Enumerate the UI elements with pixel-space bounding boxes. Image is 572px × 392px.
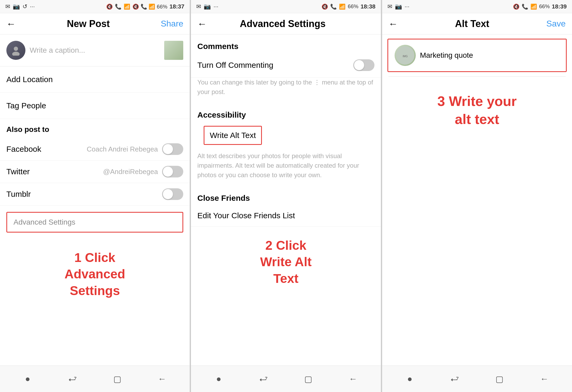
- recent-apps-icon-3[interactable]: ⮐: [448, 373, 461, 385]
- bottom-nav-1: ● ⮐ ▢ ←: [0, 366, 190, 392]
- square-icon-3[interactable]: ▢: [493, 373, 506, 385]
- write-alt-text-container: Write Alt Text: [191, 122, 381, 149]
- battery-2: 66%: [348, 3, 358, 10]
- add-location-label: Add Location: [6, 75, 53, 84]
- content-area-3: IMG 3 Write your alt text: [382, 34, 572, 366]
- tumblr-row: Tumblr: [0, 183, 190, 206]
- annotation-3: 3 Write your alt text: [382, 77, 572, 144]
- instagram-icon-3: 📷: [395, 3, 402, 10]
- status-bar-right-2: 🔇 📞 📶 66% 18:38: [321, 3, 375, 10]
- caption-input[interactable]: Write a caption...: [30, 46, 160, 55]
- signal-icon: 📶: [124, 3, 130, 10]
- status-bar-3: ✉ 📷 ··· 🔇 📞 📶 66% 18:39: [382, 0, 572, 13]
- sync-icon: ↺: [23, 3, 27, 10]
- commenting-toggle-knob: [354, 60, 364, 70]
- time-display-3: 18:39: [552, 3, 567, 10]
- alt-text-image-row: IMG: [387, 39, 567, 72]
- facebook-toggle-knob: [163, 144, 173, 154]
- annotation-1: 1 Click Advanced Settings: [0, 239, 190, 310]
- annotation-2: 2 Click Write Alt Text: [191, 227, 381, 297]
- facebook-account: Coach Andrei Rebegea: [87, 145, 158, 153]
- commenting-toggle[interactable]: [353, 59, 374, 71]
- back-button-1[interactable]: ←: [6, 18, 16, 29]
- twitter-account: @AndreiRebegea: [103, 168, 158, 176]
- nav-bar-3: ← Alt Text Save: [382, 13, 572, 34]
- twitter-row: Twitter @AndreiRebegea: [0, 161, 190, 183]
- tag-people-label: Tag People: [6, 101, 46, 110]
- share-button[interactable]: Share: [161, 19, 183, 29]
- nav-bar-2: ← Advanced Settings: [191, 13, 381, 34]
- write-alt-text-label: Write Alt Text: [210, 131, 256, 140]
- page-title-2: Advanced Settings: [240, 18, 325, 29]
- svg-point-0: [14, 47, 18, 51]
- page-title-3: Alt Text: [455, 18, 489, 29]
- also-post-to-title: Also post to: [0, 119, 190, 138]
- instagram-icon-2: 📷: [204, 3, 211, 10]
- back-button-2[interactable]: ←: [197, 18, 207, 29]
- back-button-3[interactable]: ←: [388, 18, 398, 29]
- mute-icon-3: 🔇: [513, 3, 520, 10]
- twitter-right: @AndreiRebegea: [103, 166, 183, 177]
- facebook-toggle[interactable]: [162, 143, 183, 155]
- square-icon[interactable]: ▢: [111, 373, 124, 385]
- facebook-row: Facebook Coach Andrei Rebegea: [0, 138, 190, 161]
- mail-icon-2: ✉: [196, 3, 201, 10]
- twitter-toggle[interactable]: [162, 166, 183, 177]
- battery-label: 🔇 📞 📶 66%: [132, 3, 167, 10]
- more-icon-2: ···: [213, 3, 218, 10]
- status-bar-left-3: ✉ 📷 ···: [387, 3, 409, 10]
- add-location-item[interactable]: Add Location: [0, 66, 190, 93]
- mail-icon-3: ✉: [387, 3, 392, 10]
- nav-bar-1: ← New Post Share: [0, 13, 190, 34]
- post-thumbnail: [164, 41, 183, 60]
- caption-row: Write a caption...: [0, 34, 190, 66]
- home-dot-icon-3: ●: [403, 373, 416, 385]
- content-area-1: Write a caption... Add Location Tag Peop…: [0, 34, 190, 366]
- square-icon-2[interactable]: ▢: [302, 373, 315, 385]
- status-bar-left-2: ✉ 📷 ···: [196, 3, 218, 10]
- mute-icon: 🔇: [106, 3, 113, 10]
- status-bar-right-3: 🔇 📞 📶 66% 18:39: [513, 3, 567, 10]
- call-icon-2: 📞: [330, 3, 337, 10]
- advanced-settings-item[interactable]: Advanced Settings: [6, 212, 183, 233]
- status-bar-2: ✉ 📷 ··· 🔇 📞 📶 66% 18:38: [191, 0, 381, 13]
- more-icon-3: ···: [405, 3, 409, 10]
- alt-text-input[interactable]: [420, 51, 560, 60]
- tumblr-right: [162, 188, 183, 200]
- facebook-label: Facebook: [6, 145, 41, 154]
- mail-icon: ✉: [5, 3, 10, 10]
- back-nav-icon-3[interactable]: ←: [538, 373, 551, 385]
- panel-new-post: ✉ 📷 ↺ ··· 🔇 📞 📶 🔇 📞 📶 66% 18:37 ← New Po…: [0, 0, 190, 392]
- panel-alt-text: ✉ 📷 ··· 🔇 📞 📶 66% 18:39 ← Alt Text Save …: [382, 0, 572, 392]
- call-icon-3: 📞: [522, 3, 528, 10]
- recent-apps-icon-2[interactable]: ⮐: [257, 373, 270, 385]
- comments-section-title: Comments: [191, 34, 381, 53]
- facebook-right: Coach Andrei Rebegea: [87, 143, 183, 155]
- alt-text-description: Alt text describes your photos for peopl…: [191, 149, 381, 186]
- content-area-2: Comments Turn Off Commenting You can cha…: [191, 34, 381, 366]
- write-alt-text-item[interactable]: Write Alt Text: [204, 126, 262, 145]
- home-dot-icon: ●: [21, 373, 34, 385]
- accessibility-section-title: Accessibility: [191, 103, 381, 122]
- tag-people-item[interactable]: Tag People: [0, 93, 190, 119]
- bottom-nav-2: ● ⮐ ▢ ←: [191, 366, 381, 392]
- instagram-icon: 📷: [13, 3, 20, 10]
- back-nav-icon-2[interactable]: ←: [347, 373, 359, 385]
- home-dot-icon-2: ●: [212, 373, 225, 385]
- recent-apps-icon[interactable]: ⮐: [66, 373, 79, 385]
- turn-off-commenting-label: Turn Off Commenting: [197, 61, 273, 70]
- more-icon: ···: [30, 3, 35, 10]
- time-display-2: 18:38: [360, 3, 375, 10]
- tumblr-toggle[interactable]: [162, 188, 183, 200]
- post-image-svg: IMG: [396, 46, 414, 65]
- save-button[interactable]: Save: [546, 19, 566, 29]
- close-friends-title: Close Friends: [191, 186, 381, 205]
- turn-off-commenting-row: Turn Off Commenting: [191, 53, 381, 78]
- bottom-nav-3: ● ⮐ ▢ ←: [382, 366, 572, 392]
- signal-icon-3: 📶: [530, 3, 537, 10]
- back-nav-icon[interactable]: ←: [156, 373, 168, 385]
- time-display-1: 18:37: [169, 3, 184, 10]
- panel-advanced-settings: ✉ 📷 ··· 🔇 📞 📶 66% 18:38 ← Advanced Setti…: [191, 0, 381, 392]
- edit-close-friends-item[interactable]: Edit Your Close Friends List: [191, 205, 381, 227]
- page-title-1: New Post: [67, 18, 110, 29]
